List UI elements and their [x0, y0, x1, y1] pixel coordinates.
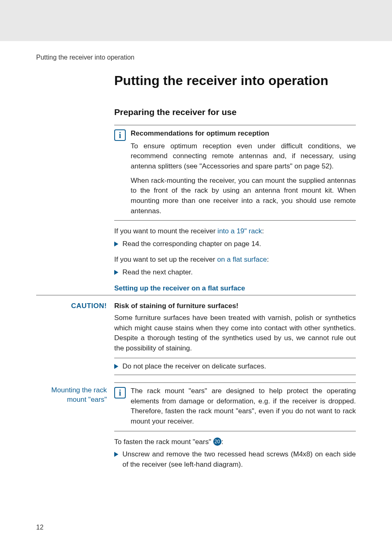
info-title: Recommendations for optimum reception	[131, 129, 356, 139]
reference-number-badge: 20	[213, 438, 221, 446]
body-text: If you want to mount the receiver into a…	[114, 226, 356, 237]
info-box-recommendations: i Recommendations for optimum reception …	[114, 125, 356, 221]
info-icon: i	[114, 129, 126, 141]
triangle-bullet-icon	[114, 452, 118, 457]
body-text: If you want to set up the receiver on a …	[114, 255, 356, 265]
sub-heading: Setting up the receiver on a flat surfac…	[114, 283, 356, 294]
info-icon: i	[114, 387, 126, 398]
info-box-rack-ears: i The rack mount "ears" are designed to …	[114, 382, 356, 431]
inline-link: on a flat surface	[217, 256, 267, 263]
caution-label: CAUTION!	[36, 301, 107, 378]
info-paragraph: To ensure optimum reception even under d…	[131, 141, 356, 172]
section-heading: Preparing the receiver for use	[114, 106, 356, 118]
triangle-bullet-icon	[114, 270, 118, 275]
caution-block: CAUTION! Risk of staining of furniture s…	[36, 295, 356, 378]
instruction-step: Read the corresponding chapter on page 1…	[114, 239, 356, 249]
info-paragraph: When rack-mounting the receiver, you can…	[131, 176, 356, 216]
instruction-step: Read the next chapter.	[114, 267, 356, 278]
info-paragraph: The rack mount "ears" are designed to he…	[131, 386, 356, 427]
page-number: 12	[36, 523, 44, 532]
triangle-bullet-icon	[114, 242, 118, 246]
instruction-step: Unscrew and remove the two recessed head…	[114, 449, 356, 470]
running-header: Putting the receiver into operation	[36, 41, 356, 71]
triangle-bullet-icon	[114, 364, 118, 369]
side-label: Mounting the rack mount "ears"	[36, 382, 107, 431]
body-text: To fasten the rack mount "ears" 20:	[114, 437, 356, 447]
inline-link: into a 19" rack	[217, 227, 262, 235]
caution-title: Risk of staining of furniture surfaces!	[114, 301, 356, 311]
caution-text: Some furniture surfaces have been treate…	[114, 313, 356, 354]
caution-footer-text: Do not place the receiver on delicate su…	[122, 362, 356, 372]
side-note-block: Mounting the rack mount "ears" i The rac…	[36, 382, 356, 431]
page-title: Putting the receiver into operation	[114, 71, 356, 90]
